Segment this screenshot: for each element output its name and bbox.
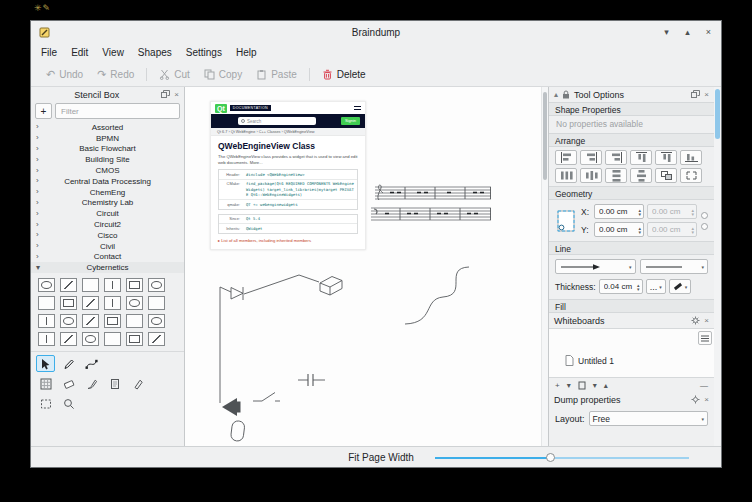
stencil-shape-icon[interactable] xyxy=(104,314,121,328)
pencil-tool-button[interactable] xyxy=(59,355,78,372)
shape-wire[interactable] xyxy=(220,275,319,403)
stencil-shape-icon[interactable] xyxy=(148,332,165,346)
titlebar[interactable]: Braindump ▾ ▴ × xyxy=(31,21,721,43)
stencil-box-header[interactable]: Stencil Box × xyxy=(31,87,184,102)
menu-settings[interactable]: Settings xyxy=(179,45,229,60)
stencil-shape-icon[interactable] xyxy=(126,314,143,328)
line-end-style-dropdown[interactable]: ▾ xyxy=(555,259,636,274)
y-position-spinbox[interactable]: 0.00 cm▴▾ xyxy=(594,222,644,237)
copy-button[interactable]: Copy xyxy=(197,66,249,83)
stencil-category[interactable]: ›Basic Flowchart xyxy=(31,144,184,155)
shape-switch[interactable] xyxy=(253,393,280,402)
slider-track-filled[interactable] xyxy=(435,457,551,459)
close-icon[interactable]: × xyxy=(174,91,179,99)
scrollbar-thumb[interactable] xyxy=(543,92,547,180)
aspect-lock-button[interactable] xyxy=(701,212,708,219)
stencil-shape-icon[interactable] xyxy=(38,278,55,292)
menu-help[interactable]: Help xyxy=(229,45,264,60)
close-icon[interactable]: × xyxy=(704,317,709,325)
stencil-shape-icon[interactable] xyxy=(126,332,143,346)
chevron-down-icon[interactable]: ▾ xyxy=(567,381,571,390)
group-button[interactable] xyxy=(655,168,677,183)
menu-edit[interactable]: Edit xyxy=(64,45,95,60)
stencil-category[interactable]: ›Assorted xyxy=(31,122,184,133)
ungroup-button[interactable] xyxy=(680,168,702,183)
undo-button[interactable]: ↶ Undo xyxy=(39,66,90,83)
stencil-shape-icon[interactable] xyxy=(82,296,99,310)
close-button[interactable]: × xyxy=(703,26,714,38)
tool-options-header[interactable]: ▴ Tool Options × xyxy=(549,87,714,102)
line-dash-style-dropdown[interactable]: ▾ xyxy=(640,259,708,274)
zoom-tool-button[interactable] xyxy=(59,395,78,412)
stencil-category[interactable]: ›Circuit2 xyxy=(31,219,184,230)
brush-tool-button[interactable] xyxy=(82,375,101,392)
distribute-center-button[interactable] xyxy=(580,168,602,183)
selection-frame-tool-button[interactable] xyxy=(36,395,55,412)
align-center-h-button[interactable] xyxy=(580,150,602,165)
embedded-webpage-snapshot[interactable]: Qt DOCUMENTATION Search Signin Qt 6.7 › … xyxy=(210,101,366,250)
cut-button[interactable]: Cut xyxy=(152,66,197,83)
align-top-button[interactable] xyxy=(630,150,652,165)
stencil-shape-icon[interactable] xyxy=(126,296,143,310)
stamp-tool-button[interactable] xyxy=(105,375,124,392)
stencil-shape-icon[interactable] xyxy=(60,278,77,292)
stencil-category[interactable]: ›BPMN xyxy=(31,133,184,144)
stencil-filter-input[interactable] xyxy=(55,103,180,119)
shape-lamp[interactable] xyxy=(230,420,245,441)
align-right-button[interactable] xyxy=(605,150,627,165)
align-bottom-button[interactable] xyxy=(680,150,702,165)
whiteboards-header[interactable]: Whiteboards × xyxy=(549,313,714,328)
slider-handle[interactable] xyxy=(546,453,555,462)
stencil-shape-icon[interactable] xyxy=(60,314,77,328)
collapse-arrow-icon[interactable]: ▴ xyxy=(554,91,558,99)
grid-tool-button[interactable] xyxy=(36,375,55,392)
stencil-shape-icon[interactable] xyxy=(38,314,55,328)
curve-tool-button[interactable] xyxy=(82,355,101,372)
shape-diode[interactable] xyxy=(231,287,243,300)
stencil-category[interactable]: ›Contact xyxy=(31,252,184,263)
pen-angle-dropdown[interactable]: ▾ xyxy=(669,279,692,294)
stencil-shape-icon[interactable] xyxy=(148,278,165,292)
minimize-button[interactable]: ▾ xyxy=(661,26,672,38)
stencil-shape-icon[interactable] xyxy=(148,314,165,328)
menu-shapes[interactable]: Shapes xyxy=(131,45,179,60)
stencil-category[interactable]: ›Cisco xyxy=(31,230,184,241)
slider-track[interactable] xyxy=(551,457,689,459)
embedded-music-score[interactable] xyxy=(371,185,491,220)
stencil-shape-icon[interactable] xyxy=(104,332,121,346)
zoom-slider[interactable] xyxy=(435,456,689,459)
thickness-spinbox[interactable]: 0.04 cm▴▾ xyxy=(599,279,643,294)
float-icon[interactable] xyxy=(161,90,170,99)
stencil-shape-icon[interactable] xyxy=(82,332,99,346)
shape-sine-curve[interactable] xyxy=(405,267,469,324)
line-cap-dropdown[interactable]: ...▾ xyxy=(646,279,666,294)
layout-dropdown[interactable]: Free ▾ xyxy=(589,411,708,426)
eraser-tool-button[interactable] xyxy=(59,375,78,392)
stencil-category[interactable]: ›Civil xyxy=(31,241,184,252)
gear-icon[interactable] xyxy=(691,316,700,325)
chevron-up-icon[interactable]: ▴ xyxy=(604,381,608,390)
stencil-shape-icon[interactable] xyxy=(82,278,99,292)
menu-view[interactable]: View xyxy=(95,45,131,60)
shape-capacitor[interactable] xyxy=(298,374,325,386)
delete-button[interactable]: Delete xyxy=(315,66,373,83)
list-view-toggle-button[interactable] xyxy=(698,331,712,345)
shape-3d-box[interactable] xyxy=(320,277,342,296)
stencil-shape-icon[interactable] xyxy=(60,296,77,310)
dock-vertical-scrollbar[interactable] xyxy=(714,87,721,446)
stencil-category[interactable]: ›Circuit xyxy=(31,208,184,219)
remove-whiteboard-button[interactable]: — xyxy=(700,381,708,390)
stencil-shape-icon[interactable] xyxy=(60,332,77,346)
select-tool-button[interactable] xyxy=(36,355,55,372)
align-middle-v-button[interactable] xyxy=(655,150,677,165)
scrollbar-thumb[interactable] xyxy=(715,89,720,139)
new-page-icon[interactable] xyxy=(578,381,586,390)
stencil-shape-icon[interactable] xyxy=(82,314,99,328)
lock-icon[interactable] xyxy=(562,90,570,99)
add-whiteboard-button[interactable]: + xyxy=(555,381,560,390)
width-spinbox[interactable]: 0.00 cm▴▾ xyxy=(647,204,697,219)
stencil-category[interactable]: ›Chemistry Lab xyxy=(31,198,184,209)
distribute-top-button[interactable] xyxy=(605,168,627,183)
aspect-lock-button[interactable] xyxy=(701,223,708,230)
stencil-shape-icon[interactable] xyxy=(148,296,165,310)
